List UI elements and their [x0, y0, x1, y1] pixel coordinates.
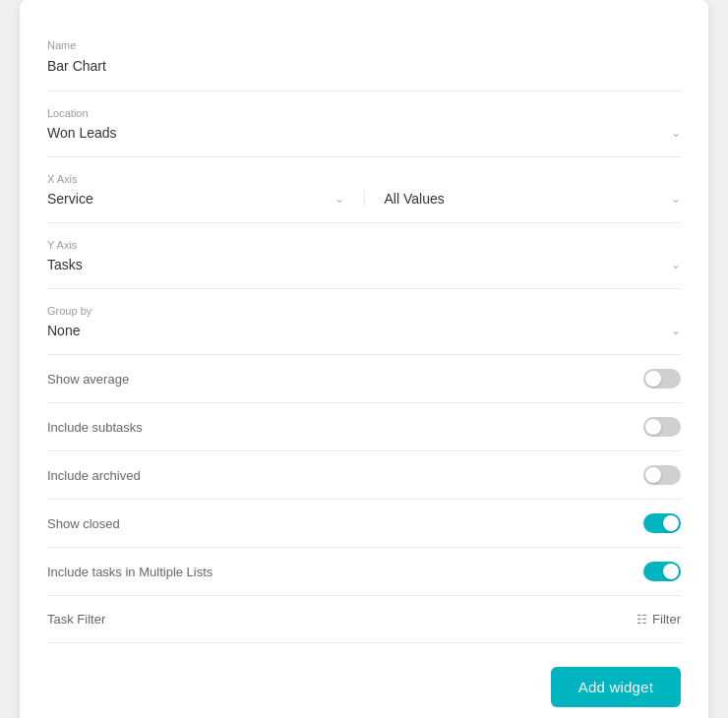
groupby-select[interactable]: None ⌄	[47, 323, 681, 338]
toggle-include-multiple-lists-switch[interactable]	[643, 562, 681, 581]
xaxis-right-value: All Values	[385, 191, 445, 207]
xaxis-left-value: Service	[47, 191, 93, 207]
groupby-label: Group by	[47, 305, 681, 317]
location-label: Location	[47, 107, 681, 119]
location-select[interactable]: Won Leads ⌄	[47, 125, 681, 141]
toggle-show-closed-switch[interactable]	[643, 513, 681, 533]
filter-icon: ☷	[637, 613, 647, 627]
groupby-value: None	[47, 323, 80, 338]
toggle-include-subtasks: Include subtasks	[47, 403, 681, 451]
filter-button-label: Filter	[652, 612, 681, 627]
toggle-include-archived-label: Include archived	[47, 468, 141, 483]
toggle-include-multiple-lists-label: Include tasks in Multiple Lists	[47, 565, 212, 579]
xaxis-field-row: X Axis Service ⌄ All Values ⌄	[47, 157, 681, 223]
xaxis-row: Service ⌄ All Values ⌄	[47, 191, 681, 207]
location-chevron-icon: ⌄	[671, 126, 681, 140]
name-field-row: Name	[47, 24, 681, 91]
form-card: Name Location Won Leads ⌄ X Axis Service…	[20, 0, 708, 718]
toggle-include-archived-knob	[645, 467, 661, 483]
xaxis-right-chevron-icon: ⌄	[671, 192, 681, 206]
location-field-row: Location Won Leads ⌄	[47, 91, 681, 157]
toggle-show-closed-label: Show closed	[47, 516, 120, 531]
toggle-show-closed: Show closed	[47, 500, 681, 548]
groupby-chevron-icon: ⌄	[671, 324, 681, 337]
name-label: Name	[47, 39, 681, 51]
xaxis-right-select[interactable]: All Values ⌄	[365, 191, 682, 207]
toggle-include-archived-switch[interactable]	[643, 465, 681, 485]
form-footer: Add widget	[47, 667, 681, 707]
xaxis-left-chevron-icon: ⌄	[334, 192, 344, 206]
task-filter-row: Task Filter ☷ Filter	[47, 596, 681, 643]
toggle-show-average-knob	[645, 371, 661, 387]
toggle-show-average: Show average	[47, 355, 681, 403]
xaxis-label: X Axis	[47, 173, 681, 185]
toggle-show-closed-knob	[663, 515, 679, 531]
yaxis-chevron-icon: ⌄	[671, 258, 681, 271]
name-input[interactable]	[47, 58, 681, 74]
groupby-field-row: Group by None ⌄	[47, 289, 681, 355]
toggle-include-subtasks-knob	[645, 419, 661, 435]
toggle-include-multiple-lists: Include tasks in Multiple Lists	[47, 548, 681, 596]
toggle-show-average-switch[interactable]	[643, 369, 681, 389]
yaxis-label: Y Axis	[47, 239, 681, 251]
filter-button[interactable]: ☷ Filter	[637, 612, 681, 627]
toggle-include-archived: Include archived	[47, 451, 681, 500]
yaxis-field-row: Y Axis Tasks ⌄	[47, 223, 681, 289]
task-filter-label: Task Filter	[47, 612, 105, 627]
yaxis-value: Tasks	[47, 257, 83, 272]
xaxis-left-select[interactable]: Service ⌄	[47, 191, 365, 207]
toggle-show-average-label: Show average	[47, 372, 129, 387]
yaxis-select[interactable]: Tasks ⌄	[47, 257, 681, 272]
toggle-include-subtasks-switch[interactable]	[643, 417, 681, 437]
location-value: Won Leads	[47, 125, 117, 141]
toggle-include-subtasks-label: Include subtasks	[47, 420, 143, 435]
toggle-include-multiple-lists-knob	[663, 564, 679, 579]
add-widget-button[interactable]: Add widget	[551, 667, 681, 707]
